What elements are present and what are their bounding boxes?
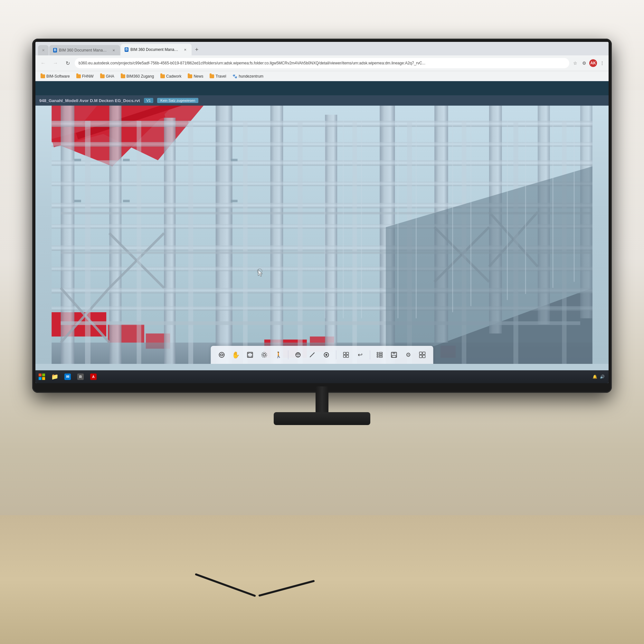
bookmark-news-label: News xyxy=(194,74,203,79)
btn-measure[interactable] xyxy=(307,349,318,361)
svg-point-80 xyxy=(219,352,224,357)
taskbar-acrobat[interactable]: A xyxy=(87,370,100,383)
svg-rect-88 xyxy=(344,352,346,355)
address-icons: ☆ ⚙ AK ⋮ xyxy=(571,59,606,67)
folder-icon-fhnw xyxy=(76,74,81,78)
monitor-screen: ✕ B BIM 360 Document Management ✕ B BIM … xyxy=(35,42,609,383)
svg-rect-90 xyxy=(344,355,346,357)
extensions-icon[interactable]: ⚙ xyxy=(580,59,588,67)
svg-rect-92 xyxy=(379,352,383,354)
bookmarks-bar: BIM-Software FHNW GHA BIM360 Zugang xyxy=(35,71,609,81)
bim-content-area: 948_Ganahl_Modell Avor D.M Decken EG_Doc… xyxy=(35,95,609,383)
btn-section[interactable] xyxy=(292,349,304,361)
bookmark-bim360[interactable]: BIM360 Zugang xyxy=(118,73,156,80)
svg-rect-53 xyxy=(216,321,380,325)
bookmark-travel[interactable]: Travel xyxy=(207,73,229,80)
start-button[interactable] xyxy=(35,370,48,383)
svg-point-82 xyxy=(263,354,266,356)
address-bar-row: ← → ↻ b360.eu.autodesk.com/projects/c99e… xyxy=(35,55,609,71)
bookmark-news[interactable]: News xyxy=(185,73,206,80)
svg-point-83 xyxy=(262,352,267,357)
svg-rect-44 xyxy=(188,121,193,364)
svg-rect-101 xyxy=(420,352,422,355)
tab-close-icon: ✕ xyxy=(42,48,45,52)
taskbar-revit[interactable]: R xyxy=(74,370,87,383)
svg-rect-45 xyxy=(243,121,248,364)
tab-close-btn-1[interactable]: ✕ xyxy=(111,48,116,53)
svg-rect-62 xyxy=(74,159,81,161)
address-field[interactable]: b360.eu.autodesk.com/projects/c99e5adf-7… xyxy=(75,58,569,68)
bookmark-gha-label: GHA xyxy=(106,74,114,79)
btn-nodes[interactable] xyxy=(374,349,386,361)
floor xyxy=(0,515,644,644)
status-badge: Kein Satz zugewiesen xyxy=(157,98,198,103)
btn-pan[interactable]: ✋ xyxy=(230,349,242,361)
svg-rect-104 xyxy=(423,355,425,358)
svg-rect-57 xyxy=(216,212,380,214)
svg-point-96 xyxy=(377,354,378,355)
toolbar-separator-3 xyxy=(370,350,370,359)
bookmark-cadwork[interactable]: Cadwork xyxy=(158,73,184,80)
bookmark-bim-software[interactable]: BIM-Software xyxy=(38,73,72,80)
profile-icon[interactable]: AK xyxy=(589,59,597,67)
btn-settings[interactable]: ⚙ xyxy=(403,349,414,361)
bim-3d-view[interactable]: ✋ xyxy=(35,106,609,364)
btn-undo[interactable]: ↩ xyxy=(355,349,366,361)
btn-markup[interactable] xyxy=(321,349,332,361)
btn-orbit[interactable] xyxy=(216,349,228,361)
svg-rect-93 xyxy=(379,354,383,355)
tab-bim360-2-label: BIM 360 Document Management xyxy=(130,47,179,52)
svg-rect-81 xyxy=(248,352,253,357)
btn-walk[interactable]: 🚶 xyxy=(273,349,284,361)
bim-scene xyxy=(35,106,609,364)
folder-icon-travel xyxy=(210,74,214,78)
tab-bim360-1-label: BIM 360 Document Management xyxy=(59,48,108,52)
folder-icon-news xyxy=(188,74,192,78)
version-badge: V1 xyxy=(144,98,153,103)
forward-button[interactable]: → xyxy=(50,58,61,68)
btn-save[interactable] xyxy=(388,349,400,361)
bookmark-fhnw[interactable]: FHNW xyxy=(74,73,96,80)
tab-bim360-2[interactable]: B BIM 360 Document Management ✕ xyxy=(121,44,192,55)
monitor-frame: ✕ B BIM 360 Document Management ✕ B BIM … xyxy=(32,39,612,393)
svg-rect-106 xyxy=(42,374,45,376)
taskbar-file-explorer[interactable]: 📁 xyxy=(48,370,61,383)
folder-icon-cadwork xyxy=(160,74,165,78)
bookmark-travel-label: Travel xyxy=(215,74,226,79)
bookmark-gha[interactable]: GHA xyxy=(98,73,117,80)
reload-button[interactable]: ↻ xyxy=(62,58,73,68)
btn-focus[interactable] xyxy=(259,349,270,361)
svg-rect-102 xyxy=(423,352,425,355)
svg-rect-43 xyxy=(137,121,141,364)
taskbar-sound-icon[interactable]: 🔊 xyxy=(600,374,605,379)
windows-taskbar: 📁 ✉ R A 🔔 🔊 xyxy=(35,370,609,383)
svg-rect-58 xyxy=(216,251,380,254)
file-name: 948_Ganahl_Modell Avor D.M Decken EG_Doc… xyxy=(39,98,140,103)
back-button[interactable]: ← xyxy=(38,58,48,68)
bookmark-fhnw-label: FHNW xyxy=(82,74,94,79)
bim-favicon-1: B xyxy=(53,48,57,52)
svg-rect-55 xyxy=(61,212,216,214)
menu-icon[interactable]: ⋮ xyxy=(598,59,606,67)
taskbar-notification-icon[interactable]: 🔔 xyxy=(592,374,597,379)
svg-rect-67 xyxy=(231,200,238,202)
svg-rect-65 xyxy=(123,200,130,202)
bookmark-icon[interactable]: ☆ xyxy=(571,59,579,67)
tab-bim360-1[interactable]: B BIM 360 Document Management ✕ xyxy=(49,45,120,55)
dog-icon: 🐾 xyxy=(232,74,237,79)
tab-close-btn-2[interactable]: ✕ xyxy=(183,47,188,52)
btn-fit[interactable] xyxy=(244,349,256,361)
svg-rect-46 xyxy=(298,121,303,364)
taskbar-outlook[interactable]: ✉ xyxy=(61,370,74,383)
folder-icon-bim-software xyxy=(41,74,45,78)
svg-rect-24 xyxy=(52,121,592,127)
svg-rect-103 xyxy=(420,355,422,358)
tab-inactive-1[interactable]: ✕ xyxy=(38,45,49,55)
svg-rect-52 xyxy=(61,321,216,325)
bookmark-hundezentrum[interactable]: 🐾 hundezentrum xyxy=(230,73,266,80)
btn-more[interactable] xyxy=(417,349,428,361)
btn-views[interactable] xyxy=(340,349,352,361)
toolbar-separator-1 xyxy=(288,350,289,359)
new-tab-button[interactable]: + xyxy=(192,45,201,54)
svg-rect-94 xyxy=(379,356,383,357)
